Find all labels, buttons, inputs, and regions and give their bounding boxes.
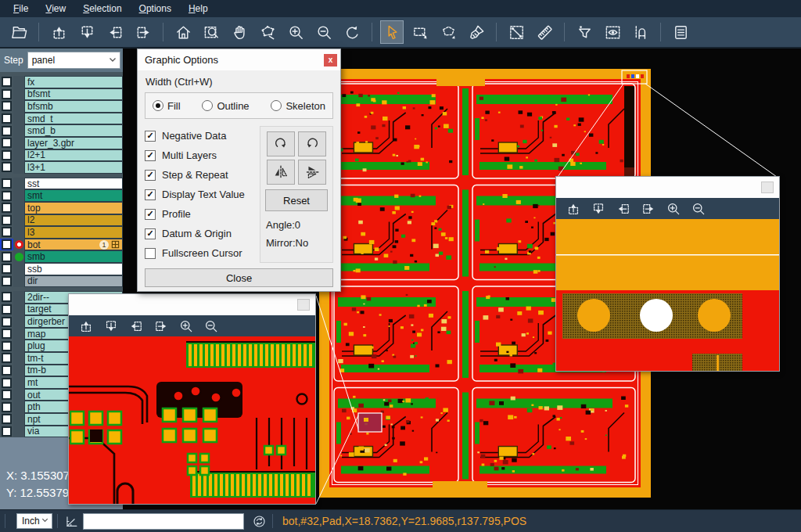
window-menu-button[interactable] — [297, 299, 310, 311]
visibility-eye-button[interactable] — [601, 20, 624, 44]
layer-checkbox[interactable] — [0, 340, 13, 352]
menu-file[interactable]: File — [5, 0, 37, 17]
layer-checkbox[interactable] — [0, 189, 13, 202]
magnifier-right-titlebar[interactable] — [556, 177, 779, 198]
menu-selection[interactable]: Selection — [74, 0, 130, 17]
layer-checkbox[interactable] — [0, 413, 13, 426]
checkbox-step-repeat[interactable]: ✓Step & Repeat — [145, 165, 260, 185]
pan-down-button[interactable] — [75, 20, 99, 44]
layer-checkbox[interactable] — [0, 137, 13, 149]
pan-left-button[interactable] — [614, 200, 633, 218]
layer-checkbox[interactable] — [0, 124, 13, 137]
layer-checkbox[interactable] — [0, 426, 13, 438]
rotate-ccw-button[interactable] — [298, 131, 326, 156]
layer-checkbox[interactable] — [0, 202, 13, 214]
layer-checkbox[interactable] — [0, 100, 13, 113]
magnifier-window-right[interactable] — [555, 176, 780, 372]
close-button[interactable]: Close — [145, 268, 333, 287]
pan-right-button[interactable] — [639, 200, 658, 218]
layer-label[interactable]: dir — [24, 275, 123, 288]
rotate-cw-button[interactable] — [267, 131, 295, 156]
pan-right-button[interactable] — [131, 20, 155, 44]
reset-button[interactable]: Reset — [265, 189, 328, 211]
pan-down-button[interactable] — [102, 317, 120, 336]
window-menu-button[interactable] — [761, 182, 774, 193]
pan-left-button[interactable] — [127, 317, 145, 336]
radio-fill[interactable]: Fill — [153, 100, 181, 112]
zoom-area-button[interactable] — [199, 20, 223, 44]
step-dropdown[interactable]: panel — [27, 52, 120, 69]
mirror-v-button[interactable] — [267, 160, 295, 185]
magnifier-left-titlebar[interactable] — [69, 294, 315, 315]
close-icon[interactable]: x — [324, 54, 337, 66]
zoom-out-button[interactable] — [689, 200, 708, 218]
sync-icon[interactable] — [250, 512, 268, 530]
layer-label[interactable]: fx — [24, 76, 123, 88]
checkbox-negative-data[interactable]: ✓Negative Data — [145, 126, 260, 146]
checkbox-profile[interactable]: ✓Profile — [145, 204, 260, 224]
menu-options[interactable]: Options — [131, 0, 180, 17]
pan-up-button[interactable] — [77, 317, 95, 336]
snap-magnet-button[interactable] — [629, 20, 652, 44]
layer-label[interactable]: layer_3.gbr — [24, 137, 123, 149]
zoom-previous-button[interactable] — [340, 20, 364, 44]
layer-checkbox[interactable] — [0, 389, 13, 401]
unit-dropdown[interactable]: Inch — [16, 513, 52, 529]
layer-checkbox[interactable] — [0, 365, 13, 377]
layer-checkbox[interactable] — [0, 352, 13, 365]
magnifier-left-view[interactable] — [69, 336, 315, 504]
layer-checkbox[interactable] — [0, 328, 13, 340]
radio-skeleton[interactable]: Skeleton — [271, 100, 325, 112]
rect-select-button[interactable] — [408, 20, 432, 44]
zoom-in-button[interactable] — [664, 200, 683, 218]
command-input[interactable] — [83, 513, 244, 530]
zoom-polygon-button[interactable] — [256, 20, 279, 44]
layer-checkbox[interactable] — [0, 113, 13, 125]
layer-label[interactable]: smt — [24, 189, 123, 202]
zoom-out-button[interactable] — [202, 317, 221, 336]
checkbox-multi-layers[interactable]: ✓Multi Layers — [145, 146, 260, 165]
layer-checkbox[interactable] — [0, 88, 13, 101]
ruler-button[interactable] — [533, 20, 556, 44]
radio-outline[interactable]: Outline — [202, 100, 249, 112]
pan-left-button[interactable] — [103, 20, 127, 44]
pan-right-button[interactable] — [152, 317, 171, 336]
layer-label[interactable]: l2 — [24, 214, 123, 227]
select-cursor-button[interactable] — [380, 20, 404, 44]
dialog-titlebar[interactable]: Graphic Options x — [138, 49, 340, 70]
checkbox-fullscreen-cursor[interactable]: Fullscreen Cursor — [145, 243, 260, 263]
layer-label[interactable]: l2+1 — [24, 149, 123, 162]
layer-label[interactable]: bfsmt — [24, 88, 123, 101]
layer-label[interactable]: bfsmb — [24, 100, 123, 113]
layer-checkbox[interactable] — [0, 376, 13, 389]
zoom-out-button[interactable] — [312, 20, 336, 44]
layers-panel-button[interactable] — [669, 20, 692, 44]
layer-checkbox[interactable] — [0, 239, 13, 251]
pan-up-button[interactable] — [47, 20, 70, 44]
measure-line-button[interactable] — [505, 20, 528, 44]
menu-view[interactable]: View — [37, 0, 74, 17]
home-button[interactable] — [171, 20, 195, 44]
zoom-in-button[interactable] — [284, 20, 307, 44]
layer-label[interactable]: l3+1 — [24, 161, 123, 174]
layer-label[interactable]: smd_t — [24, 113, 123, 125]
layer-checkbox[interactable] — [0, 149, 13, 162]
corner-angle-icon[interactable] — [63, 512, 80, 530]
zoom-in-button[interactable] — [177, 317, 196, 336]
mirror-h-button[interactable] — [298, 160, 326, 185]
layer-checkbox[interactable] — [0, 315, 13, 328]
checkbox-display-text-value[interactable]: ✓Display Text Value — [145, 185, 260, 204]
poly-select-button[interactable] — [436, 20, 460, 44]
layer-label[interactable]: sst — [24, 178, 123, 190]
layer-label[interactable]: top — [24, 202, 123, 214]
filter-button[interactable] — [573, 20, 596, 44]
layer-checkbox[interactable] — [0, 250, 13, 263]
clean-brush-button[interactable] — [465, 20, 488, 44]
pan-hand-button[interactable] — [228, 20, 251, 44]
layer-label[interactable]: bot1 — [24, 239, 123, 251]
layer-checkbox[interactable] — [0, 263, 13, 275]
pan-down-button[interactable] — [589, 200, 608, 218]
layer-label[interactable]: smb — [24, 250, 123, 263]
layer-checkbox[interactable] — [0, 178, 13, 190]
open-folder-button[interactable] — [7, 20, 31, 44]
